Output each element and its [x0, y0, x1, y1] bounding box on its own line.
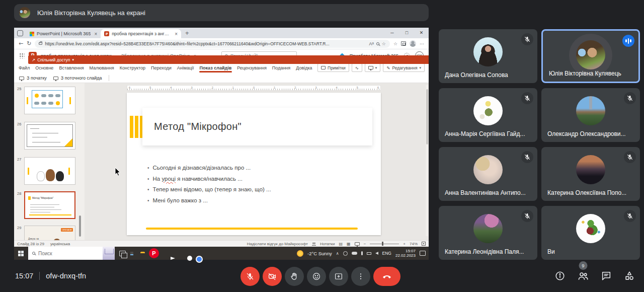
zoom-percent[interactable]: 74% — [410, 242, 418, 246]
tray-expand-icon[interactable]: ∧ — [336, 251, 339, 256]
slide-canvas[interactable]: Метод "Мікрофон" •Сьогодні я дізнався/ді… — [127, 93, 381, 235]
slide-title-box[interactable]: Метод "Мікрофон" — [142, 108, 372, 145]
participant-tile[interactable]: Анна Валентинівна Антипо... — [439, 147, 537, 201]
slideshow-view-icon[interactable] — [355, 242, 360, 246]
from-beginning-button[interactable]: З початку — [19, 76, 47, 81]
volume-icon[interactable] — [375, 252, 378, 255]
task-view-icon[interactable] — [119, 251, 126, 256]
edge-taskbar-icon[interactable] — [130, 252, 133, 255]
zoom-out-icon[interactable] — [376, 42, 379, 45]
notes-button[interactable]: Нотатки — [320, 242, 335, 246]
language-indicator[interactable]: українська — [50, 242, 70, 246]
onedrive-cloud-icon[interactable] — [352, 252, 357, 255]
refresh-icon[interactable]: ↻ — [27, 40, 31, 47]
feedback-link[interactable]: Надіслати відгук до Майкрософт — [247, 242, 308, 246]
ribbon-tab-design[interactable]: Конструктор — [119, 63, 146, 72]
ribbon-tab-review[interactable]: Рецензування — [236, 63, 267, 72]
thumbnail-scrollbar[interactable] — [79, 215, 81, 237]
taskbar-search-input[interactable] — [38, 251, 100, 256]
more-options-button[interactable] — [351, 267, 370, 286]
close-window-button[interactable]: ✕ — [414, 28, 429, 38]
slide-thumbnail-25[interactable] — [24, 87, 75, 114]
ribbon-tab-insert[interactable]: Вставлення — [58, 63, 84, 72]
ribbon-tab-view[interactable]: Подання — [272, 63, 291, 72]
taskbar-clock[interactable]: 15:07 22.02.2023 — [395, 249, 416, 258]
back-icon[interactable]: ← — [19, 40, 23, 47]
slide-thumbnail-28-selected[interactable]: Метод "Мікрофон" — [24, 191, 75, 219]
chat-button[interactable] — [600, 269, 613, 282]
ribbon-tab-transitions[interactable]: Переходи — [150, 63, 172, 72]
people-button[interactable]: 9 — [577, 269, 590, 282]
favorite-star-icon[interactable]: ☆ — [382, 41, 386, 46]
chrome-icon[interactable] — [192, 252, 195, 255]
reactions-button[interactable] — [307, 267, 326, 286]
pinterest-icon[interactable]: P — [147, 247, 160, 260]
normal-view-icon[interactable]: ▤ — [339, 242, 343, 246]
slide-thumbnail-29[interactable]: CENGAGE Дякую за увагу! — [24, 226, 75, 240]
participant-tile[interactable]: Дана Олегівна Сопова — [439, 29, 537, 83]
start-button[interactable] — [18, 251, 24, 256]
ribbon-tab-draw[interactable]: Малювання — [89, 63, 115, 72]
tray-mic-icon[interactable] — [361, 251, 363, 255]
browser-tab-powerpoint-home[interactable]: PowerPoint | Microsoft 365 × — [26, 29, 101, 38]
participant-tile[interactable]: Катерина Олексіївна Попо... — [541, 147, 640, 201]
close-tab-icon[interactable]: × — [93, 31, 97, 37]
maximize-button[interactable]: □ — [399, 28, 414, 38]
app-launcher-icon[interactable] — [19, 53, 25, 58]
slide-thumbnail-26[interactable] — [24, 122, 75, 150]
ribbon-tab-help[interactable]: Довідка — [295, 63, 312, 72]
zoom-in-button[interactable]: + — [403, 242, 406, 246]
ribbon-tab-file[interactable]: Файл — [18, 63, 30, 72]
taskbar-search-box[interactable] — [28, 247, 115, 260]
participant-tile[interactable]: Олександр Олександрови... — [541, 88, 640, 142]
ribbon-tab-slideshow[interactable]: Показ слайдів — [199, 63, 232, 72]
raise-hand-button[interactable] — [285, 267, 304, 286]
read-aloud-icon[interactable]: Aᵃ — [369, 41, 373, 46]
tray-clock-icon[interactable] — [343, 251, 348, 256]
from-current-slide-button[interactable]: З поточного слайда — [53, 76, 102, 81]
file-explorer-icon[interactable] — [139, 252, 142, 255]
present-screen-button[interactable] — [329, 267, 348, 286]
mic-toggle-button[interactable] — [240, 267, 260, 286]
ribbon-tab-animations[interactable]: Анімації — [177, 63, 195, 72]
minimize-button[interactable]: ─ — [385, 28, 399, 38]
microsoft365-icon[interactable] — [175, 252, 178, 255]
slide-thumbnail-27[interactable] — [24, 157, 75, 185]
collections-icon[interactable] — [401, 41, 406, 46]
tab-actions-icon[interactable] — [17, 30, 23, 36]
keyboard-language[interactable]: ENG — [382, 251, 391, 256]
weather-text[interactable]: -2°C Sunny — [307, 251, 332, 256]
google-icon[interactable] — [183, 252, 186, 255]
weather-sun-icon[interactable] — [297, 250, 303, 257]
present-button[interactable]: ▾ — [365, 63, 381, 72]
ribbon-tab-home[interactable]: Основне — [35, 63, 54, 72]
browser-tab-presentation[interactable]: P пробна презентація з англ мов × — [101, 29, 181, 38]
participant-tile-speaking[interactable]: Юлія Вікторівна Кулявець — [541, 29, 640, 83]
participant-tile-self[interactable]: Ви — [541, 206, 640, 260]
comments-button[interactable]: Примітки — [317, 63, 349, 72]
participant-tile[interactable]: Катерина Леонідівна Паля... — [439, 206, 537, 260]
camera-toggle-button[interactable] — [263, 267, 282, 286]
share-button[interactable]: ↗ Спільний доступ ▾ — [28, 55, 429, 64]
slide-bullet-list[interactable]: •Сьогодні я дізнався/дізналась про ... •… — [147, 163, 271, 206]
activities-button[interactable] — [623, 269, 636, 282]
fit-to-window-icon[interactable] — [422, 242, 426, 246]
browser-menu-icon[interactable]: ⋯ — [420, 41, 424, 46]
new-tab-button[interactable]: + — [181, 29, 193, 38]
url-field[interactable]: https://onedrive.live.com/edit.aspx?resi… — [35, 40, 389, 48]
editing-mode-button[interactable]: ✎ Редагування ▾ — [383, 63, 425, 72]
close-tab-icon[interactable]: × — [174, 31, 178, 37]
zoom-slider[interactable] — [370, 244, 399, 244]
browser-profile-icon[interactable] — [410, 40, 416, 47]
meeting-details-button[interactable] — [553, 269, 567, 282]
favorites-bar-icon[interactable]: ☆ — [393, 41, 397, 46]
battery-icon[interactable] — [367, 252, 371, 255]
participant-tile[interactable]: Анна-Марія Сергіївна Гайд... — [439, 88, 537, 142]
telegram-icon[interactable] — [166, 252, 169, 255]
end-call-button[interactable] — [373, 267, 400, 286]
notification-center-icon[interactable] — [420, 251, 426, 256]
canvas-scrollbar[interactable] — [426, 85, 428, 236]
zoom-out-button[interactable]: − — [364, 242, 366, 246]
designer-button[interactable]: ∿ — [352, 63, 362, 72]
slide-sorter-icon[interactable]: ▦ — [347, 242, 351, 246]
